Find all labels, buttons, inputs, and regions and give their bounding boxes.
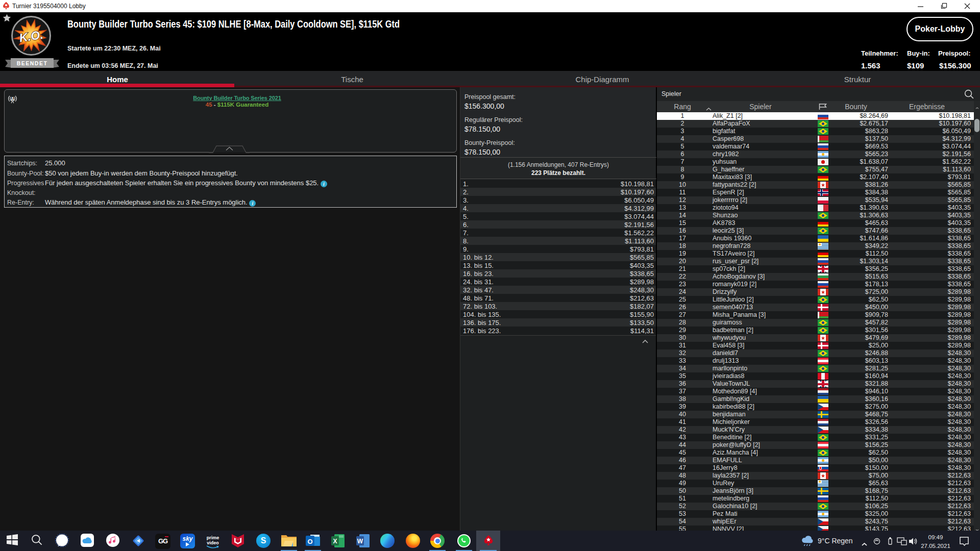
svg-text:BEENDET: BEENDET	[17, 60, 48, 66]
svg-text:O: O	[307, 538, 312, 545]
svg-text:X: X	[333, 538, 337, 545]
svg-text:W: W	[357, 538, 363, 545]
